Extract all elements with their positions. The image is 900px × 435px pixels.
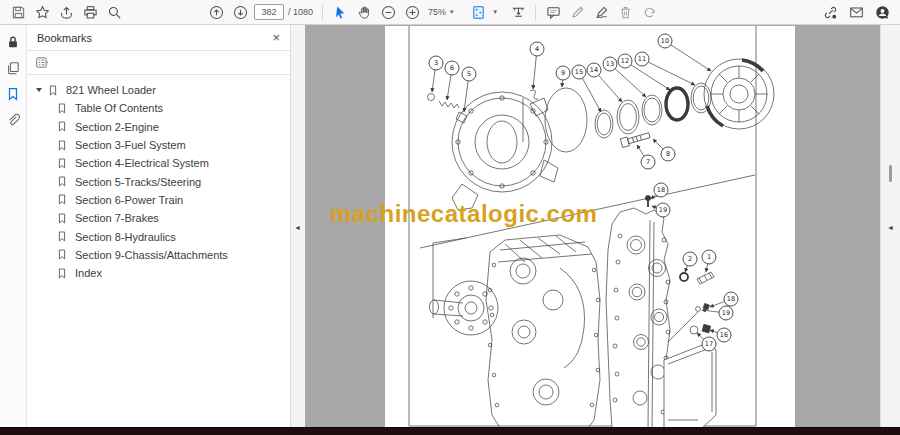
- bookmark-item[interactable]: Section 2-Engine: [27, 118, 290, 136]
- zoom-dropdown-caret-icon[interactable]: ▾: [450, 8, 454, 16]
- sign-icon[interactable]: [594, 5, 609, 20]
- callout-11: 11: [635, 52, 695, 85]
- page-number-input[interactable]: 382: [254, 4, 284, 20]
- callout-6: 6: [445, 61, 459, 100]
- bookmark-icon: [56, 267, 68, 280]
- bookmark-icon: [56, 102, 68, 115]
- bookmark-label: Section 2-Engine: [75, 121, 159, 133]
- bookmark-label: Section 4-Electrical System: [75, 157, 209, 169]
- bookmark-icon: [47, 84, 59, 97]
- previous-page-icon[interactable]: [209, 5, 224, 20]
- right-panel-collapse-icon[interactable]: ◄: [887, 224, 894, 231]
- fit-width-icon[interactable]: [511, 5, 526, 20]
- bookmark-icon: [56, 157, 68, 170]
- callout-7: 7: [637, 145, 655, 169]
- bookmarks-panel-icon[interactable]: [6, 87, 20, 101]
- select-tool-icon[interactable]: [333, 5, 348, 20]
- svg-text:7: 7: [646, 158, 650, 166]
- collapse-panel-icon[interactable]: ◄: [294, 224, 301, 231]
- next-page-icon[interactable]: [233, 5, 248, 20]
- share-icon[interactable]: [59, 5, 74, 20]
- highlight-pen-icon[interactable]: [570, 5, 585, 20]
- svg-text:12: 12: [621, 57, 629, 65]
- print-icon[interactable]: [83, 5, 98, 20]
- share-link-icon[interactable]: [823, 5, 838, 20]
- bookmark-item[interactable]: Index: [27, 264, 290, 282]
- bookmark-label: Section 5-Tracks/Steering: [75, 176, 201, 188]
- bookmark-label: Section 9-Chassis/Attachments: [75, 249, 228, 261]
- svg-text:8: 8: [666, 150, 670, 158]
- bookmark-item[interactable]: Table Of Contents: [27, 99, 290, 117]
- svg-text:3: 3: [434, 59, 438, 67]
- zoom-out-icon[interactable]: [381, 5, 396, 20]
- account-avatar-icon[interactable]: [875, 5, 890, 20]
- svg-text:14: 14: [590, 66, 598, 74]
- bookmarks-panel-title: Bookmarks: [37, 32, 272, 44]
- document-viewer: 365491514131211107818192118191617 machin…: [305, 25, 880, 427]
- delete-icon[interactable]: [618, 5, 633, 20]
- callout-8: 8: [653, 139, 675, 161]
- bookmark-label: Section 6-Power Train: [75, 194, 183, 206]
- bookmark-label: Section 3-Fuel System: [75, 139, 186, 151]
- bookmark-icon: [56, 120, 68, 133]
- svg-text:17: 17: [705, 340, 713, 348]
- comment-icon[interactable]: [546, 5, 561, 20]
- page-display-caret-icon[interactable]: ▾: [494, 8, 498, 16]
- bookmark-label: Table Of Contents: [75, 102, 163, 114]
- bookmark-icon: [56, 212, 68, 225]
- bottom-edge-bar: [0, 427, 900, 435]
- bookmark-icon: [56, 248, 68, 261]
- callout-2: 2: [683, 252, 697, 272]
- protection-lock-icon[interactable]: [6, 35, 20, 49]
- bookmarks-tree: 821 Wheel LoaderTable Of ContentsSection…: [27, 75, 290, 282]
- bookmarks-options-bar: [27, 51, 290, 75]
- email-icon[interactable]: [849, 5, 864, 20]
- svg-text:4: 4: [535, 45, 539, 53]
- page-display-icon[interactable]: [471, 5, 486, 20]
- save-icon[interactable]: [11, 5, 26, 20]
- svg-text:6: 6: [450, 64, 454, 72]
- attachments-icon[interactable]: [6, 113, 20, 127]
- bookmark-item[interactable]: Section 8-Hydraulics: [27, 227, 290, 245]
- callout-3: 3: [429, 56, 443, 92]
- callout-18: 18: [651, 183, 668, 199]
- left-panel-splitter[interactable]: ◄: [290, 25, 305, 427]
- bookmarks-panel: Bookmarks × 821 Wheel LoaderTable Of Con…: [27, 25, 290, 427]
- redo-icon[interactable]: [642, 5, 657, 20]
- bookmark-icon: [56, 139, 68, 152]
- svg-text:15: 15: [575, 68, 583, 76]
- bookmark-item[interactable]: Section 7-Brakes: [27, 209, 290, 227]
- bookmark-label: Section 8-Hydraulics: [75, 231, 176, 243]
- svg-text:1: 1: [707, 253, 711, 261]
- bookmark-item[interactable]: Section 3-Fuel System: [27, 136, 290, 154]
- zoom-in-icon[interactable]: [405, 5, 420, 20]
- bookmark-options-icon[interactable]: [36, 56, 50, 69]
- svg-text:18: 18: [727, 295, 735, 303]
- svg-text:13: 13: [606, 60, 614, 68]
- close-panel-icon[interactable]: ×: [272, 31, 280, 44]
- zoom-level-value[interactable]: 75%: [428, 7, 446, 17]
- bookmark-item[interactable]: Section 6-Power Train: [27, 191, 290, 209]
- callout-9: 9: [556, 66, 570, 87]
- svg-text:9: 9: [561, 69, 565, 77]
- watermark-text: machinecatalogic.com: [330, 200, 597, 228]
- search-icon[interactable]: [107, 5, 122, 20]
- page-thumbnails-icon[interactable]: [6, 61, 20, 75]
- callout-4: 4: [530, 42, 544, 89]
- callout-5: 5: [462, 67, 476, 112]
- pdf-viewer-window: 382 / 1080 75% ▾ ▾: [0, 0, 900, 435]
- bookmark-label: Index: [75, 267, 102, 279]
- bookmark-item[interactable]: Section 9-Chassis/Attachments: [27, 246, 290, 264]
- chevron-down-icon[interactable]: [36, 88, 42, 92]
- callout-18: 18: [710, 292, 738, 307]
- bookmark-item[interactable]: 821 Wheel Loader: [27, 81, 290, 99]
- bookmarks-panel-header: Bookmarks ×: [27, 25, 290, 51]
- bookmark-item[interactable]: Section 5-Tracks/Steering: [27, 172, 290, 190]
- bookmark-icon: [56, 230, 68, 243]
- star-icon[interactable]: [35, 5, 50, 20]
- scrollbar-thumb[interactable]: [889, 165, 892, 182]
- vertical-scrollbar[interactable]: ◄: [880, 25, 900, 427]
- svg-text:19: 19: [722, 309, 730, 317]
- bookmark-item[interactable]: Section 4-Electrical System: [27, 154, 290, 172]
- hand-tool-icon[interactable]: [357, 5, 372, 20]
